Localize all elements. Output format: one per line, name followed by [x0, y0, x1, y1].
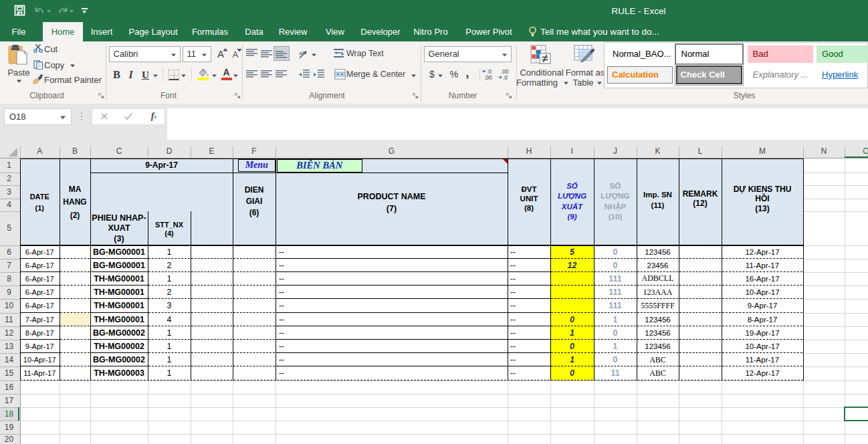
svg-text:ab: ab	[299, 50, 305, 56]
svg-text:.00: .00	[484, 74, 492, 80]
